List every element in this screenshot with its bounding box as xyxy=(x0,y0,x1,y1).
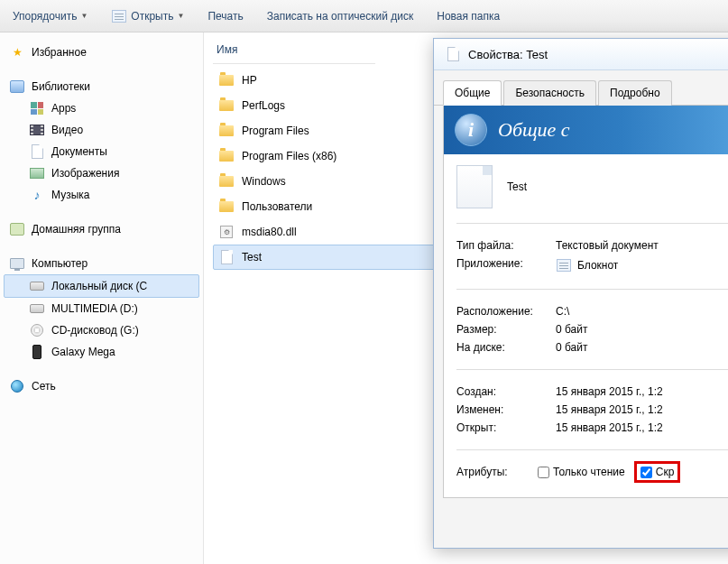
checkbox-readonly[interactable]: Только чтение xyxy=(538,466,625,478)
value-modified: 15 января 2015 г., 1:2 xyxy=(556,403,728,416)
label-app: Приложение: xyxy=(456,257,556,273)
organize-label: Упорядочить xyxy=(13,10,77,23)
tab-body-general: i Общие с Test Тип файла: Текстовый доку… xyxy=(443,106,728,498)
organize-button[interactable]: Упорядочить ▼ xyxy=(7,6,93,26)
homegroup-icon xyxy=(9,221,25,237)
sidebar-item-label: Документы xyxy=(51,145,107,158)
label-location: Расположение: xyxy=(456,305,556,318)
hidden-label: Скр xyxy=(656,466,675,478)
sidebar-item-music[interactable]: ♪ Музыка xyxy=(4,184,199,206)
network-label: Сеть xyxy=(32,380,56,393)
dialog-banner: i Общие с xyxy=(444,106,728,154)
banner-text: Общие с xyxy=(498,118,570,142)
sidebar-item-documents[interactable]: Документы xyxy=(4,141,199,162)
label-opened: Открыт: xyxy=(456,421,556,434)
sidebar-item-label: Локальный диск (C xyxy=(51,280,147,292)
label-filetype: Тип файла: xyxy=(456,239,556,252)
value-disk: 0 байт xyxy=(556,341,728,354)
readonly-checkbox[interactable] xyxy=(538,467,549,478)
label-modified: Изменен: xyxy=(456,403,556,416)
print-label: Печать xyxy=(207,10,243,23)
file-name: Пользователи xyxy=(242,200,312,213)
sidebar-item-label: Музыка xyxy=(51,189,89,201)
file-name: Windows xyxy=(242,175,286,188)
library-icon xyxy=(9,79,25,95)
properties-dialog: Свойства: Test Общие Безопасность Подроб… xyxy=(433,38,728,549)
file-name: Test xyxy=(242,251,262,264)
chevron-down-icon: ▼ xyxy=(80,12,88,20)
folder-icon xyxy=(218,97,235,114)
folder-icon xyxy=(218,173,235,190)
notepad-icon xyxy=(556,257,572,273)
folder-icon xyxy=(218,199,235,215)
burn-button[interactable]: Записать на оптический диск xyxy=(262,6,419,26)
dialog-buttons: OK xyxy=(434,507,728,548)
tab-details[interactable]: Подробно xyxy=(598,80,672,106)
sidebar-item-apps[interactable]: Apps xyxy=(4,97,199,119)
folder-icon xyxy=(218,72,235,88)
file-name: msdia80.dll xyxy=(242,226,297,238)
sidebar-item-drive-g[interactable]: CD-дисковод (G:) xyxy=(4,319,199,341)
favorites-root[interactable]: ★ Избранное xyxy=(4,42,199,63)
sidebar-item-pictures[interactable]: Изображения xyxy=(4,162,199,184)
new-folder-button[interactable]: Новая папка xyxy=(431,6,505,26)
filename-field[interactable]: Test xyxy=(503,177,728,197)
value-opened: 15 января 2015 г., 1:2 xyxy=(556,421,728,434)
computer-label: Компьютер xyxy=(32,257,88,270)
network-icon xyxy=(9,378,25,394)
sidebar-item-label: Apps xyxy=(51,102,76,115)
print-button[interactable]: Печать xyxy=(202,6,248,26)
dll-icon: ⚙ xyxy=(218,224,235,240)
drive-icon xyxy=(29,300,45,317)
notepad-icon xyxy=(111,8,127,24)
sidebar-item-drive-c[interactable]: Локальный диск (C xyxy=(4,274,199,298)
apps-icon xyxy=(29,100,45,116)
sidebar-item-galaxy[interactable]: Galaxy Mega xyxy=(4,341,199,363)
favorites-label: Избранное xyxy=(32,46,87,59)
label-created: Создан: xyxy=(456,385,556,398)
value-filetype: Текстовый документ xyxy=(556,239,728,252)
computer-icon xyxy=(9,255,25,272)
dialog-title: Свойства: Test xyxy=(468,48,548,61)
sidebar-item-label: CD-дисковод (G:) xyxy=(51,324,139,337)
network-root[interactable]: Сеть xyxy=(4,375,199,397)
dialog-tabs: Общие Безопасность Подробно xyxy=(434,70,728,106)
libraries-root[interactable]: Библиотеки xyxy=(4,76,199,97)
libraries-label: Библиотеки xyxy=(32,80,90,93)
phone-icon xyxy=(29,344,45,360)
navigation-pane: ★ Избранное Библиотеки Apps Видео Докуме… xyxy=(0,32,204,564)
burn-label: Записать на оптический диск xyxy=(267,10,414,23)
hidden-checkbox[interactable] xyxy=(640,467,652,478)
file-name: HP xyxy=(242,74,257,87)
tab-security[interactable]: Безопасность xyxy=(503,80,596,106)
computer-root[interactable]: Компьютер xyxy=(4,253,199,274)
label-disk: На диске: xyxy=(456,341,556,354)
drive-icon xyxy=(29,278,45,294)
music-icon: ♪ xyxy=(29,187,45,203)
explorer-toolbar: Упорядочить ▼ Открыть ▼ Печать Записать … xyxy=(0,0,728,32)
value-created: 15 января 2015 г., 1:2 xyxy=(556,385,728,398)
video-icon xyxy=(29,122,45,138)
document-icon xyxy=(29,143,45,160)
file-name: Program Files (x86) xyxy=(242,150,336,162)
pictures-icon xyxy=(29,165,45,181)
file-name: PerfLogs xyxy=(242,99,285,112)
sidebar-item-video[interactable]: Видео xyxy=(4,119,199,141)
sidebar-item-drive-d[interactable]: MULTIMEDIA (D:) xyxy=(4,298,199,319)
sidebar-item-label: Видео xyxy=(51,124,83,136)
checkbox-hidden[interactable]: Скр xyxy=(640,466,675,478)
column-header-name[interactable]: Имя xyxy=(213,40,375,64)
tab-general[interactable]: Общие xyxy=(443,80,502,106)
open-label: Открыть xyxy=(131,10,173,23)
label-size: Размер: xyxy=(456,323,556,336)
folder-icon xyxy=(218,148,235,164)
new-folder-label: Новая папка xyxy=(437,10,500,23)
dialog-titlebar[interactable]: Свойства: Test xyxy=(434,39,728,70)
highlight-hidden: Скр xyxy=(634,461,681,483)
readonly-label: Только чтение xyxy=(553,466,625,478)
chevron-down-icon: ▼ xyxy=(177,12,184,20)
open-button[interactable]: Открыть ▼ xyxy=(106,5,189,28)
info-icon: i xyxy=(455,114,487,146)
homegroup-root[interactable]: Домашняя группа xyxy=(4,218,199,240)
homegroup-label: Домашняя группа xyxy=(32,223,121,236)
